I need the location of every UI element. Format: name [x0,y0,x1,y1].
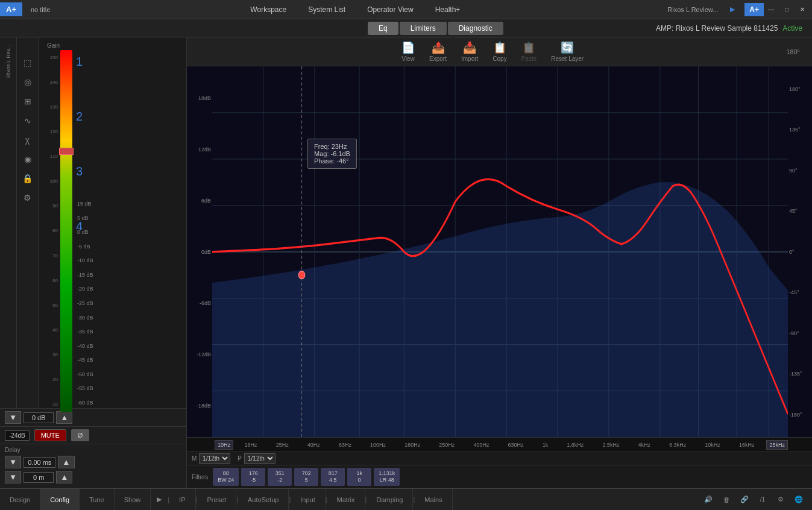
close-button[interactable]: ✕ [795,4,810,15]
bottom-mains[interactable]: Mains [415,489,452,510]
delay-ms-down[interactable]: ▼ [5,456,21,468]
bottom-trash-icon[interactable]: 🗑 [718,491,735,508]
copy-icon: 📋 [493,41,506,54]
filter-btn-2[interactable]: 351 -2 [268,468,292,486]
toolbar-paste[interactable]: 📋 Paste [521,41,537,62]
toolbar-copy[interactable]: 📋 Copy [493,41,506,62]
nav-health[interactable]: Health+ [430,3,465,16]
icon-lock[interactable]: 🔒 [20,171,35,186]
delay-m-up[interactable]: ▲ [56,471,72,483]
bottom-slash1-icon[interactable]: /1 [754,491,771,508]
db-m18: -18dB [188,403,211,409]
bottom-damping[interactable]: Damping [367,489,413,510]
icon-chip[interactable]: ⬚ [21,55,34,70]
freq-right-btn[interactable]: 25kHz [766,440,788,450]
gain-down-btn[interactable]: ▼ [5,411,21,424]
toolbar-export[interactable]: 📤 Export [429,41,447,62]
bottom-preset[interactable]: Preset [197,489,236,510]
icon-x[interactable]: χ [23,133,32,147]
filter-btn-6[interactable]: 1.131k LR 48 [374,468,400,486]
tab-limiters[interactable]: Limiters [400,22,447,35]
nav-systemlist[interactable]: System List [303,3,350,16]
mute-button[interactable]: MUTE [34,429,66,441]
bottom-gear-icon[interactable]: ⚙ [772,491,789,508]
bottom-arrow[interactable]: ▶ [151,496,168,503]
tab-eq[interactable]: Eq [368,22,398,35]
bottom-matrix[interactable]: Matrix [327,489,365,510]
bottom-input[interactable]: Input [291,489,325,510]
channel-1-btn[interactable]: 1 [74,52,85,71]
freq-160hz: 160Hz [404,442,420,448]
res-m-label: M [192,455,197,462]
reset-label: Reset Layer [551,55,584,62]
db-150: 150 [42,55,58,60]
delay-m-down[interactable]: ▼ [5,471,21,483]
deg-m90: -90° [789,330,811,336]
bottom-ip[interactable]: IP [169,489,195,510]
toolbar-reset[interactable]: 🔄 Reset Layer [551,41,584,62]
channels-panel: Gain 150 140 130 120 110 100 90 80 [39,37,186,408]
view-label: View [401,55,415,62]
paste-icon: 📋 [522,41,535,54]
scale-m5db: -5 dB [77,244,93,250]
gain-control-row: ▼ 0 dB ▲ [0,408,186,426]
db-m12: -12dB [188,351,211,357]
icon-grid[interactable]: ⊞ [22,94,34,109]
maximize-button[interactable]: □ [779,4,794,15]
freq-10k: 10kHz [705,442,720,448]
gain-slider-handle[interactable] [59,148,74,155]
tab-diagnostic[interactable]: Diagnostic [448,22,503,35]
bottom-autosetup[interactable]: AutoSetup [238,489,289,510]
svg-point-20 [298,271,305,279]
deg-90: 90° [789,168,811,174]
scale-m15db: -15 dB [77,272,93,278]
filter-btn-5[interactable]: 1k 0 [347,468,371,486]
active-device-label[interactable]: Rixos L Review... [660,6,725,13]
filter-btn-3[interactable]: 702 5 [294,468,318,486]
freq-left-btn[interactable]: 10Hz [215,440,233,450]
scale-5db: 5 dB [77,215,93,221]
res-m-select[interactable]: 1/12th [199,453,230,464]
bottom-tab-show[interactable]: Show [115,489,151,510]
icon-speaker[interactable]: ◉ [22,152,34,166]
view-icon: 📄 [401,41,415,54]
eq-chart: 18dB 12dB 6dB 0dB -6dB -12dB -18dB 180° … [187,66,812,437]
db-140: 140 [42,80,58,85]
scale-0db: 0 dB [77,229,93,235]
filters-section: Filters 80 BW 24 176 -5 351 -2 702 5 817… [187,465,812,488]
minimize-button[interactable]: — [764,4,778,15]
scale-m55db: -55 dB [77,385,93,391]
db-12: 12dB [188,146,211,153]
db-18: 18dB [188,95,211,101]
bottom-tab-tune[interactable]: Tune [80,489,115,510]
toolbar-view[interactable]: 📄 View [401,41,415,62]
bottom-nav: Design Config Tune Show ▶ | IP | Preset … [0,488,812,510]
play-button[interactable]: ▶ [725,5,740,13]
delay-ms-up[interactable]: ▲ [58,456,74,468]
filter-btn-0[interactable]: 80 BW 24 [213,468,239,486]
nav-workspace[interactable]: Workspace [245,3,291,16]
nav-operatorview[interactable]: Operator View [362,3,418,16]
phase-button[interactable]: Ø [71,429,90,441]
icon-nodes[interactable]: ◎ [22,75,34,89]
freq-25hz: 25Hz [276,442,289,448]
res-p-select[interactable]: 1/12th [244,453,275,464]
bottom-speaker-icon[interactable]: 🔊 [700,491,717,508]
bottom-globe-icon[interactable]: 🌐 [790,491,807,508]
icon-wave[interactable]: ∿ [22,113,34,128]
filter-btn-1[interactable]: 176 -5 [241,468,265,486]
no-title: no title [27,6,50,13]
freq-4k: 4kHz [638,442,651,448]
icon-tools[interactable]: ⚙ [21,190,34,205]
freq-6.3k: 6.3kHz [669,442,686,448]
bottom-tab-design[interactable]: Design [0,489,40,510]
bottom-tab-config[interactable]: Config [40,489,80,510]
filter-btn-4[interactable]: 817 4.5 [321,468,345,486]
bottom-link-icon[interactable]: 🔗 [736,491,753,508]
toolbar-import[interactable]: 📥 Import [461,41,478,62]
channel-3-btn[interactable]: 3 [74,162,85,181]
db-130: 130 [42,104,58,110]
rixos-sidebar: Rixos L Rev... [0,37,17,408]
gain-up-btn[interactable]: ▲ [56,411,72,424]
channel-2-btn[interactable]: 2 [74,107,85,126]
